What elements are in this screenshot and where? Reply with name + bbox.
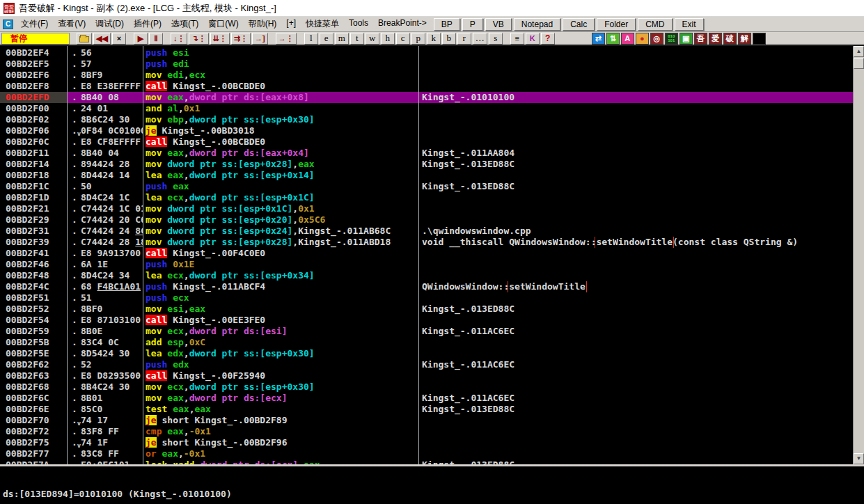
- disassembly-pane[interactable]: 00BD2EF4.56push esi00BD2EF5.57push edi00…: [0, 46, 853, 464]
- restart-button[interactable]: ◀◀: [93, 33, 111, 45]
- letter-button-b[interactable]: b: [442, 33, 456, 45]
- disasm-row[interactable]: 00BD2F11.8B40 04mov eax,dword ptr ds:[ea…: [0, 148, 853, 159]
- disasm-row[interactable]: 00BD2EF5.57push edi: [0, 58, 853, 70]
- quick-button-folder[interactable]: Folder: [597, 18, 636, 31]
- disasm-row[interactable]: 00BD2F41.E8 9A913700call Kingst_-.00F4C0…: [0, 248, 853, 259]
- target-icon[interactable]: ◎: [650, 33, 663, 45]
- open-file-button[interactable]: [77, 33, 92, 45]
- menu-item-0[interactable]: 文件(F): [16, 16, 53, 32]
- disasm-row[interactable]: 00BD2F14.894424 28mov dword ptr ss:[esp+…: [0, 159, 853, 170]
- logo-window-button[interactable]: K: [526, 33, 540, 45]
- menu-item-6[interactable]: 帮助(H): [244, 16, 282, 32]
- disasm-row[interactable]: 00BD2F46.6A 1Epush 0x1E: [0, 259, 853, 270]
- letter-button-l[interactable]: l: [304, 33, 318, 45]
- letter-button-e[interactable]: e: [320, 33, 333, 45]
- disasm-row[interactable]: 00BD2F70.v74 17je short Kingst_-.00BD2F8…: [0, 415, 853, 426]
- menu-item-7[interactable]: [+]: [281, 16, 301, 32]
- menu-item-1[interactable]: 查看(V): [53, 16, 91, 32]
- disasm-row[interactable]: 00BD2F75.v74 1Fje short Kingst_-.00BD2F9…: [0, 437, 853, 448]
- menu-item-4[interactable]: 选项(T): [166, 16, 203, 32]
- disasm-row[interactable]: 00BD2EF8.E8 E38EFFFFcall Kingst_-.00BCBD…: [0, 81, 853, 92]
- disasm-row[interactable]: 00BD2EF4.56push esi: [0, 47, 853, 58]
- disasm-row[interactable]: 00BD2F5B.83C4 0Cadd esp,0xC: [0, 337, 853, 348]
- menu-item-10[interactable]: BreakPoint->: [373, 16, 432, 32]
- disasm-row[interactable]: 00BD2F06.v0F84 0C01000je Kingst_-.00BD30…: [0, 125, 853, 136]
- disasm-row[interactable]: 00BD2F31.C74424 24 8Cmov dword ptr ss:[e…: [0, 226, 853, 237]
- quick-button-calc[interactable]: Calc: [563, 18, 595, 31]
- vertical-scrollbar[interactable]: ▲ ▼: [853, 46, 864, 464]
- letter-button-m[interactable]: m: [335, 33, 349, 45]
- letter-button-p[interactable]: p: [411, 33, 425, 45]
- black-icon[interactable]: [753, 33, 766, 45]
- disasm-row[interactable]: 00BD2F02.8B6C24 30mov ebp,dword ptr ss:[…: [0, 114, 853, 125]
- cpu-window-icon[interactable]: C: [3, 19, 13, 29]
- disasm-row[interactable]: 00BD2EFD.8B40 08mov eax,dword ptr ds:[ea…: [0, 92, 853, 103]
- disasm-row[interactable]: 00BD2F21.C74424 1C 01mov dword ptr ss:[e…: [0, 203, 853, 214]
- po-icon[interactable]: 破: [723, 33, 737, 45]
- disasm-row[interactable]: 00BD2F1D.8D4C24 1Clea ecx,dword ptr ss:[…: [0, 192, 853, 203]
- ascii-icon[interactable]: A: [621, 33, 634, 45]
- window-icon[interactable]: ▣: [680, 33, 693, 45]
- letter-button-k[interactable]: k: [427, 33, 441, 45]
- disasm-row[interactable]: 00BD2F39.C74424 28 18mov dword ptr ss:[e…: [0, 237, 853, 248]
- run-button[interactable]: ▶: [134, 33, 148, 45]
- letter-button-s[interactable]: s: [489, 33, 503, 45]
- jie-icon[interactable]: 解: [738, 33, 751, 45]
- quick-button-notepad[interactable]: Notepad: [514, 18, 560, 31]
- windows-list-button[interactable]: ≡: [510, 33, 524, 45]
- letter-button-h[interactable]: h: [381, 33, 395, 45]
- menu-item-8[interactable]: 快捷菜单: [301, 16, 344, 32]
- menu-item-9[interactable]: Tools: [344, 16, 373, 32]
- disasm-row[interactable]: 00BD2F29.C74424 20 C6mov dword ptr ss:[e…: [0, 214, 853, 226]
- disasm-row[interactable]: 00BD2F48.8D4C24 34lea ecx,dword ptr ss:[…: [0, 270, 853, 281]
- quick-button-exit[interactable]: Exit: [675, 18, 704, 31]
- menu-item-3[interactable]: 插件(P): [129, 16, 166, 32]
- letter-button-c[interactable]: c: [396, 33, 410, 45]
- disasm-row[interactable]: 00BD2F18.8D4424 14lea eax,dword ptr ss:[…: [0, 170, 853, 181]
- close-button[interactable]: ×: [112, 33, 126, 45]
- disasm-row[interactable]: 00BD2F54.E8 87103100call Kingst_-.00EE3F…: [0, 315, 853, 326]
- quick-button-bp[interactable]: BP: [434, 18, 460, 31]
- menu-item-2[interactable]: 调试(D): [91, 16, 129, 32]
- ai-icon[interactable]: 爱: [709, 33, 722, 45]
- animate-into-button[interactable]: ⇊⋮: [210, 33, 230, 45]
- disasm-row[interactable]: 00BD2F59.8B0Emov ecx,dword ptr ds:[esi]K…: [0, 326, 853, 337]
- binary-icon[interactable]: 010 101: [665, 33, 678, 45]
- letter-button-r[interactable]: r: [457, 33, 471, 45]
- menu-item-5[interactable]: 窗口(W): [203, 16, 243, 32]
- till-user-code-button[interactable]: →⋮: [276, 33, 297, 45]
- disasm-row[interactable]: 00BD2F5E.8D5424 30lea edx,dword ptr ss:[…: [0, 348, 853, 359]
- disasm-row[interactable]: 00BD2F6E.85C0test eax,eaxKingst_-.013ED8…: [0, 404, 853, 415]
- scroll-up-button[interactable]: ▲: [854, 46, 864, 57]
- disasm-row[interactable]: 00BD2F6C.8B01mov eax,dword ptr ds:[ecx]K…: [0, 393, 853, 404]
- disasm-row[interactable]: 00BD2F00.24 01and al,0x1: [0, 103, 853, 114]
- letter-button-more[interactable]: …: [473, 33, 487, 45]
- quick-button-cmd[interactable]: CMD: [638, 18, 672, 31]
- record-icon[interactable]: ●: [636, 33, 649, 45]
- disasm-row[interactable]: 00BD2F52.8BF0mov esi,eaxKingst_-.013ED88…: [0, 304, 853, 315]
- disasm-row[interactable]: 00BD2F0C.E8 CF8EFFFFcall Kingst_-.00BCBD…: [0, 136, 853, 148]
- step-over-button[interactable]: ↴⋮: [189, 33, 208, 45]
- disasm-row[interactable]: 00BD2F77.83C8 FFor eax,-0x1: [0, 448, 853, 459]
- disasm-row[interactable]: 00BD2F68.8B4C24 30mov ecx,dword ptr ss:[…: [0, 381, 853, 393]
- letter-button-t[interactable]: t: [350, 33, 364, 45]
- pause-button[interactable]: Ⅱ: [149, 33, 163, 45]
- disasm-row[interactable]: 00BD2F4C.68 F4BC1A01push Kingst_-.011ABC…: [0, 281, 853, 292]
- disasm-row[interactable]: 00BD2F72.83F8 FFcmp eax,-0x1: [0, 426, 853, 437]
- disasm-row[interactable]: 00BD2F1C.50push eaxKingst_-.013ED88C: [0, 181, 853, 192]
- run-to-return-button[interactable]: →]: [252, 33, 268, 45]
- letter-button-w[interactable]: w: [366, 33, 379, 45]
- updown-icon[interactable]: ⇅: [606, 33, 620, 45]
- help-button[interactable]: ?: [541, 33, 555, 45]
- disasm-row[interactable]: 00BD2EF6.8BF9mov edi,ecx: [0, 70, 853, 81]
- quick-button-p[interactable]: P: [462, 18, 483, 31]
- disasm-row[interactable]: 00BD2F63.E8 D8293500call Kingst_-.00F259…: [0, 370, 853, 381]
- swap-icon[interactable]: ⇄: [592, 33, 605, 45]
- disasm-row[interactable]: 00BD2F62.52push edxKingst_-.011AC6EC: [0, 359, 853, 370]
- scroll-thumb[interactable]: [854, 58, 864, 69]
- wu-icon[interactable]: 吾: [694, 33, 707, 45]
- scroll-down-button[interactable]: ▼: [854, 453, 864, 464]
- step-into-button[interactable]: ↓⋮: [171, 33, 188, 45]
- animate-over-button[interactable]: ⇉⋮: [231, 33, 251, 45]
- disasm-row[interactable]: 00BD2F51.51push ecx: [0, 292, 853, 304]
